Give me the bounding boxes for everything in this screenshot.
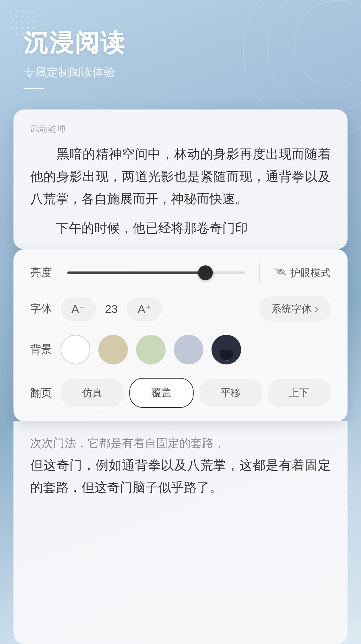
brightness-control: 护眼模式	[61, 263, 331, 283]
bottom-reading-text: 次次门法，它都是有着自固定的套路， 但这奇门，例如通背拳以及八荒掌，这都是有着固…	[30, 431, 331, 499]
font-size-display: 23	[101, 302, 122, 316]
bg-option-green[interactable]	[136, 335, 166, 364]
pageturn-updown-button[interactable]: 上下	[268, 379, 331, 407]
brightness-slider[interactable]	[67, 271, 244, 274]
pageturn-label: 翻页	[30, 386, 61, 400]
settings-panel: 亮度 护眼模式	[13, 249, 348, 421]
eye-icon	[275, 267, 287, 278]
bg-option-white[interactable]	[61, 335, 90, 364]
book-title: 武动乾坤	[30, 123, 331, 135]
eye-mode-toggle[interactable]: 护眼模式	[275, 266, 331, 280]
header-divider	[24, 88, 44, 89]
bg-option-bluegray[interactable]	[174, 335, 203, 364]
slider-fill	[67, 271, 205, 274]
pageturn-simulate-button[interactable]: 仿真	[61, 379, 124, 407]
bg-label: 背景	[30, 342, 61, 357]
eye-mode-label: 护眼模式	[290, 266, 331, 280]
bg-option-beige[interactable]	[98, 335, 128, 364]
font-row: 字体 A⁻ 23 A⁺ 系统字体 ›	[30, 296, 331, 321]
reading-text-partial: 下午的时候，他已经将那卷奇门印	[30, 217, 331, 239]
chevron-right-icon: ›	[315, 302, 319, 316]
brightness-row: 亮度 护眼模式	[30, 263, 331, 283]
pageturn-slide-button[interactable]: 平移	[199, 379, 262, 407]
slider-thumb[interactable]	[198, 265, 213, 280]
font-family-button[interactable]: 系统字体 ›	[259, 296, 331, 321]
pageturn-row: 翻页 仿真 覆盖 平移 上下	[30, 378, 331, 408]
pageturn-options: 仿真 覆盖 平移 上下	[61, 378, 331, 408]
bg-option-dark[interactable]	[211, 335, 241, 364]
font-decrease-button[interactable]: A⁻	[61, 297, 96, 321]
bottom-blurred-text: 次次门法，它都是有着自固定的套路，	[30, 437, 225, 449]
font-increase-button[interactable]: A⁺	[127, 297, 162, 321]
pageturn-cover-button[interactable]: 覆盖	[129, 378, 194, 408]
font-controls: A⁻ 23 A⁺ 系统字体 ›	[61, 296, 331, 321]
page-subtitle: 专属定制阅读体验	[24, 65, 337, 80]
bottom-reading-card: 次次门法，它都是有着自固定的套路， 但这奇门，例如通背拳以及八荒掌，这都是有着固…	[13, 421, 348, 644]
main-content: 沉浸阅读 专属定制阅读体验 武动乾坤 黑暗的精神空间中，林动的身影再度出现而随着…	[0, 0, 361, 644]
page-title: 沉浸阅读	[24, 27, 337, 59]
reading-text-main: 黑暗的精神空间中，林动的身影再度出现而随着他的身影出现，两道光影也是紧随而现，通…	[30, 143, 331, 210]
background-options	[61, 335, 331, 364]
font-label: 字体	[30, 301, 61, 316]
background-row: 背景	[30, 335, 331, 364]
brightness-label: 亮度	[30, 265, 61, 280]
divider-brightness	[259, 263, 260, 283]
header-section: 沉浸阅读 专属定制阅读体验	[0, 0, 361, 103]
reading-card-top: 武动乾坤 黑暗的精神空间中，林动的身影再度出现而随着他的身影出现，两道光影也是紧…	[13, 109, 348, 249]
